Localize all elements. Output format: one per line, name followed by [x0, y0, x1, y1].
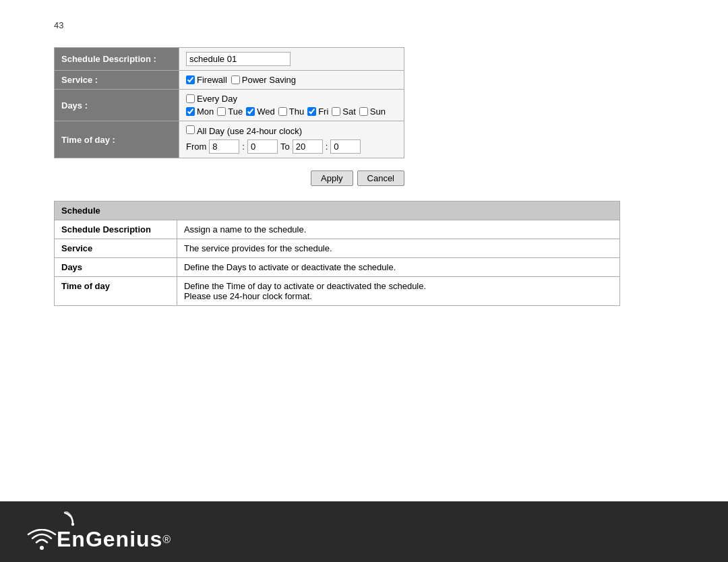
from-hour-input[interactable]: [209, 139, 239, 154]
help-table-header: Schedule: [55, 201, 620, 220]
power-saving-checkbox[interactable]: [231, 75, 240, 84]
tue-label[interactable]: Tue: [217, 106, 243, 117]
wifi-icon: [27, 529, 57, 551]
help-key-time: Time of day: [55, 277, 177, 306]
help-val-time-line1: Define the Time of day to activate or de…: [184, 281, 426, 291]
from-min-input[interactable]: [247, 139, 278, 154]
every-day-label[interactable]: Every Day: [186, 94, 237, 104]
firewall-checkbox[interactable]: [186, 75, 195, 84]
help-val-description: Assign a name to the schedule.: [177, 220, 619, 239]
apply-button[interactable]: Apply: [311, 170, 353, 186]
service-checkboxes: Firewall Power Saving: [186, 75, 397, 85]
sun-text: Sun: [370, 106, 386, 117]
help-row-days: Days Define the Days to activate or deac…: [55, 258, 620, 277]
time-value-cell: All Day (use 24-hour clock) From : To :: [179, 121, 404, 158]
tue-text: Tue: [228, 106, 243, 117]
wifi-arcs-icon: [59, 511, 86, 526]
form-row-days: Days : Every Day Mon: [55, 90, 404, 121]
footer: EnGenius®: [0, 501, 728, 562]
allday-text: All Day (use 24-hour clock): [197, 126, 302, 136]
description-input[interactable]: [186, 52, 291, 66]
time-inputs-row: From : To :: [186, 139, 397, 154]
tue-checkbox[interactable]: [217, 107, 226, 116]
fri-label[interactable]: Fri: [307, 106, 328, 117]
to-min-input[interactable]: [330, 139, 361, 154]
time-container: All Day (use 24-hour clock) From : To :: [186, 125, 397, 154]
form-row-time: Time of day : All Day (use 24-hour clock…: [55, 121, 404, 158]
svg-point-0: [71, 523, 74, 526]
help-key-service: Service: [55, 239, 177, 258]
thu-text: Thu: [289, 106, 304, 117]
help-val-time-line2: Please use 24-hour clock format.: [184, 291, 312, 301]
sun-checkbox[interactable]: [359, 107, 368, 116]
registered-mark: ®: [162, 534, 171, 546]
power-saving-label[interactable]: Power Saving: [231, 75, 296, 85]
to-hour-input[interactable]: [293, 139, 323, 154]
sat-label[interactable]: Sat: [332, 106, 356, 117]
firewall-label[interactable]: Firewall: [186, 75, 227, 85]
days-value-cell: Every Day Mon Tue: [179, 90, 404, 121]
description-label: Schedule Description :: [55, 48, 179, 71]
firewall-text: Firewall: [197, 75, 227, 85]
fri-checkbox[interactable]: [307, 107, 316, 116]
help-val-days: Define the Days to activate or deactivat…: [177, 258, 619, 277]
mon-checkbox[interactable]: [186, 107, 195, 116]
from-colon: :: [242, 142, 245, 152]
weekdays-row: Mon Tue Wed Thu: [186, 106, 397, 117]
page-number: 43: [54, 20, 63, 30]
every-day-text: Every Day: [197, 94, 237, 104]
service-label: Service :: [55, 71, 179, 90]
wed-checkbox[interactable]: [246, 107, 255, 116]
button-row: Apply Cancel: [54, 170, 404, 186]
mon-label[interactable]: Mon: [186, 106, 214, 117]
to-label: To: [280, 142, 290, 152]
svg-point-1: [40, 546, 44, 550]
thu-label[interactable]: Thu: [278, 106, 304, 117]
sat-checkbox[interactable]: [332, 107, 340, 116]
power-saving-text: Power Saving: [242, 75, 296, 85]
days-container: Every Day Mon Tue: [186, 94, 397, 117]
schedule-form-table: Schedule Description : Service : Firewal…: [54, 47, 404, 158]
help-row-service: Service The service provides for the sch…: [55, 239, 620, 258]
cancel-button[interactable]: Cancel: [357, 170, 404, 186]
service-value-cell: Firewall Power Saving: [179, 71, 404, 90]
form-row-service: Service : Firewall Power Saving: [55, 71, 404, 90]
help-row-description: Schedule Description Assign a name to th…: [55, 220, 620, 239]
to-colon: :: [326, 142, 328, 152]
sat-text: Sat: [342, 106, 356, 117]
sun-label[interactable]: Sun: [359, 106, 386, 117]
form-row-description: Schedule Description :: [55, 48, 404, 71]
help-key-days: Days: [55, 258, 177, 277]
help-table: Schedule Schedule Description Assign a n…: [54, 201, 620, 306]
allday-checkbox[interactable]: [186, 125, 195, 134]
help-val-service: The service provides for the schedule.: [177, 239, 619, 258]
help-table-header-row: Schedule: [55, 201, 620, 220]
from-label: From: [186, 142, 206, 152]
thu-checkbox[interactable]: [278, 107, 287, 116]
engenius-logo: EnGenius®: [27, 511, 171, 552]
help-val-time: Define the Time of day to activate or de…: [177, 277, 619, 306]
time-label: Time of day :: [55, 121, 179, 158]
help-key-description: Schedule Description: [55, 220, 177, 239]
days-label: Days :: [55, 90, 179, 121]
every-day-checkbox[interactable]: [186, 94, 195, 103]
help-row-time: Time of day Define the Time of day to ac…: [55, 277, 620, 306]
every-day-row: Every Day: [186, 94, 397, 104]
brand-name: EnGenius: [57, 527, 162, 552]
description-value-cell: [179, 48, 404, 71]
wed-label[interactable]: Wed: [246, 106, 275, 117]
mon-text: Mon: [197, 106, 214, 117]
fri-text: Fri: [318, 106, 328, 117]
main-content: Schedule Description : Service : Firewal…: [54, 47, 634, 306]
wed-text: Wed: [257, 106, 275, 117]
allday-label[interactable]: All Day (use 24-hour clock): [186, 125, 397, 136]
